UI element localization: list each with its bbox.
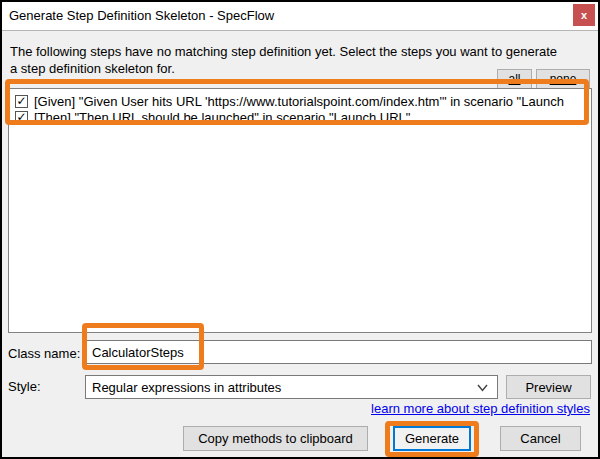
- cancel-button[interactable]: Cancel: [500, 426, 581, 451]
- chevron-down-icon: [477, 384, 488, 392]
- select-all-button[interactable]: all: [497, 69, 532, 89]
- instruction-line-1: The following steps have no matching ste…: [10, 43, 590, 60]
- generate-button[interactable]: Generate: [393, 426, 471, 451]
- step-text: [Given] "Given User hits URL 'https://ww…: [34, 94, 564, 109]
- cancel-button-label: Cancel: [520, 431, 560, 446]
- learn-more-link[interactable]: learn more about step definition styles: [371, 401, 590, 416]
- step-checkbox[interactable]: ✓: [15, 95, 28, 108]
- select-none-label: none: [550, 72, 577, 86]
- check-icon: ✓: [16, 94, 26, 108]
- generate-step-definition-dialog: Generate Step Definition Skeleton - Spec…: [0, 0, 600, 459]
- check-icon: ✓: [16, 110, 26, 124]
- copy-methods-button[interactable]: Copy methods to clipboard: [183, 426, 368, 451]
- select-all-label: all: [508, 72, 520, 86]
- preview-button-label: Preview: [525, 380, 571, 395]
- dialog-title: Generate Step Definition Skeleton - Spec…: [9, 2, 274, 30]
- step-text: [Then] "Then URL should be launched" in …: [34, 110, 410, 125]
- step-item-then[interactable]: ✓ [Then] "Then URL should be launched" i…: [9, 109, 591, 125]
- close-icon: x: [581, 9, 587, 21]
- title-bar: Generate Step Definition Skeleton - Spec…: [2, 2, 598, 31]
- step-checkbox[interactable]: ✓: [15, 111, 28, 124]
- class-name-label: Class name:: [8, 346, 80, 361]
- step-item-given[interactable]: ✓ [Given] "Given User hits URL 'https://…: [9, 93, 591, 109]
- style-label: Style:: [8, 379, 41, 394]
- style-dropdown[interactable]: Regular expressions in attributes: [85, 375, 498, 399]
- copy-methods-button-label: Copy methods to clipboard: [198, 431, 353, 446]
- steps-listbox[interactable]: ✓ [Given] "Given User hits URL 'https://…: [8, 88, 592, 333]
- style-dropdown-value: Regular expressions in attributes: [92, 380, 281, 395]
- select-none-button[interactable]: none: [536, 69, 590, 89]
- preview-button[interactable]: Preview: [506, 375, 591, 399]
- class-name-input[interactable]: [85, 340, 592, 364]
- generate-button-label: Generate: [405, 431, 459, 446]
- close-button[interactable]: x: [573, 4, 595, 26]
